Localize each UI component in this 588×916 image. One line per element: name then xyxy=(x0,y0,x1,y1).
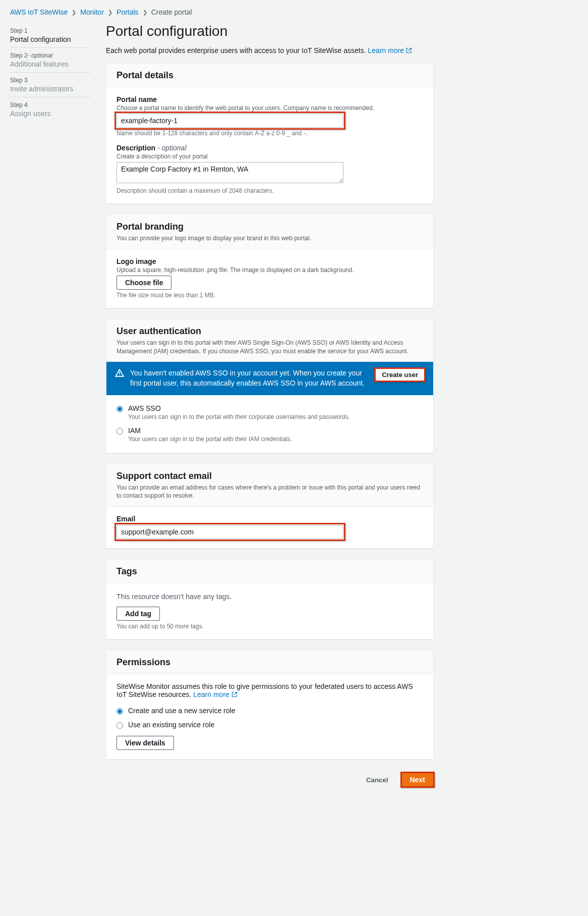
logo-image-hint: The file size must be less than 1 MB. xyxy=(116,290,423,299)
wizard-steps: Step 1 Portal configuration Step 2- opti… xyxy=(10,21,91,787)
user-auth-card: User authentication Your users can sign … xyxy=(106,318,434,453)
highlight-annotation: Next xyxy=(401,773,434,787)
wizard-step-label: Step 4 xyxy=(10,101,91,109)
wizard-step-2[interactable]: Step 2- optional Additional features xyxy=(10,49,91,73)
description-textarea[interactable]: Example Corp Factory #1 in Renton, WA xyxy=(116,162,343,183)
page-intro: Each web portal provides enterprise user… xyxy=(106,46,434,63)
description-label: Description - optional xyxy=(116,144,423,152)
section-heading: Permissions xyxy=(116,657,423,668)
external-link-icon xyxy=(231,690,238,698)
learn-more-link[interactable]: Learn more xyxy=(193,690,237,698)
view-details-button[interactable]: View details xyxy=(116,736,174,750)
logo-image-label: Logo image xyxy=(116,257,423,265)
section-heading: Portal branding xyxy=(116,222,423,232)
radio-title: Use an existing service role xyxy=(128,721,214,729)
external-link-icon xyxy=(406,46,412,55)
portal-name-label: Portal name xyxy=(116,95,423,103)
wizard-step-4[interactable]: Step 4 Assign users xyxy=(10,98,91,122)
learn-more-link[interactable]: Learn more xyxy=(368,46,412,55)
flash-message: You haven't enabled AWS SSO in your acco… xyxy=(130,368,369,388)
role-option-new[interactable]: Create and use a new service role xyxy=(116,704,423,718)
portal-name-desc: Choose a portal name to identify the web… xyxy=(116,103,423,114)
page-title: Portal configuration xyxy=(106,21,434,46)
chevron-right-icon: ❯ xyxy=(143,9,147,16)
section-heading: Support contact email xyxy=(116,471,423,481)
wizard-step-title: Invite administrators xyxy=(10,84,91,93)
radio-input[interactable] xyxy=(116,406,123,412)
section-sub: You can provide an email address for cas… xyxy=(116,481,423,501)
role-option-existing[interactable]: Use an existing service role xyxy=(116,718,423,732)
radio-input[interactable] xyxy=(116,708,123,715)
portal-details-card: Portal details Portal name Choose a port… xyxy=(106,63,434,204)
wizard-step-label: Step 1 xyxy=(10,27,91,34)
radio-title: IAM xyxy=(128,426,292,435)
radio-desc: Your users can sign in to the portal wit… xyxy=(128,435,292,443)
logo-image-desc: Upload a square, high-resolution .png fi… xyxy=(116,265,423,276)
create-user-button[interactable]: Create user xyxy=(375,368,425,381)
warning-triangle-icon xyxy=(115,368,124,380)
next-button[interactable]: Next xyxy=(401,773,434,787)
wizard-step-1[interactable]: Step 1 Portal configuration xyxy=(10,24,91,48)
radio-input[interactable] xyxy=(116,722,123,729)
breadcrumb-link-monitor[interactable]: Monitor xyxy=(80,8,104,16)
section-heading: Tags xyxy=(116,566,423,577)
radio-title: AWS SSO xyxy=(128,404,350,412)
portal-name-hint: Name should be 1-128 characters and only… xyxy=(116,128,423,137)
auth-option-iam[interactable]: IAM Your users can sign in to the portal… xyxy=(116,423,423,446)
wizard-step-label: Step 2- optional xyxy=(10,52,91,59)
tags-hint: You can add up to 50 more tags. xyxy=(116,621,423,630)
breadcrumb-link-sitewise[interactable]: AWS IoT SiteWise xyxy=(10,8,68,16)
portal-name-input[interactable] xyxy=(116,114,343,128)
wizard-step-title: Portal configuration xyxy=(10,34,91,43)
highlight-annotation: Create user xyxy=(375,368,425,381)
permissions-card: Permissions SiteWise Monitor assumes thi… xyxy=(106,650,434,760)
breadcrumb-current: Create portal xyxy=(151,8,192,16)
description-hint: Description should contain a maximum of … xyxy=(116,185,423,194)
cancel-button[interactable]: Cancel xyxy=(358,773,396,787)
support-email-card: Support contact email You can provide an… xyxy=(106,463,434,549)
breadcrumb-link-portals[interactable]: Portals xyxy=(116,8,139,16)
info-flash: You haven't enabled AWS SSO in your acco… xyxy=(106,362,433,395)
add-tag-button[interactable]: Add tag xyxy=(116,607,160,621)
footer-actions: Cancel Next xyxy=(106,770,434,787)
choose-file-button[interactable]: Choose file xyxy=(116,276,171,290)
wizard-step-title: Additional features xyxy=(10,59,91,68)
breadcrumb: AWS IoT SiteWise ❯ Monitor ❯ Portals ❯ C… xyxy=(10,5,434,21)
section-heading: Portal details xyxy=(116,70,423,81)
wizard-step-label: Step 3 xyxy=(10,77,91,84)
radio-title: Create and use a new service role xyxy=(128,707,235,715)
permissions-desc: SiteWise Monitor assumes this role to gi… xyxy=(116,682,423,704)
description-sublabel: Create a description of your portal xyxy=(116,152,423,162)
tags-empty-text: This resource doesn't have any tags. xyxy=(116,591,423,607)
wizard-step-3[interactable]: Step 3 Invite administrators xyxy=(10,74,91,97)
support-email-input[interactable] xyxy=(116,525,343,539)
section-sub: Your users can sign in to this portal wi… xyxy=(116,337,423,356)
highlight-annotation xyxy=(116,114,343,128)
auth-option-sso[interactable]: AWS SSO Your users can sign in to the po… xyxy=(116,401,423,423)
portal-branding-card: Portal branding You can provide your log… xyxy=(106,214,434,308)
email-label: Email xyxy=(116,515,423,523)
wizard-step-title: Assign users xyxy=(10,109,91,118)
main-content: Portal configuration Each web portal pro… xyxy=(106,21,434,787)
radio-desc: Your users can sign in to the portal wit… xyxy=(128,412,350,420)
section-heading: User authentication xyxy=(116,326,423,337)
radio-input[interactable] xyxy=(116,428,123,435)
highlight-annotation xyxy=(116,525,343,539)
tags-card: Tags This resource doesn't have any tags… xyxy=(106,559,434,639)
chevron-right-icon: ❯ xyxy=(108,9,112,16)
chevron-right-icon: ❯ xyxy=(72,9,76,16)
section-sub: You can provide your logo image to displ… xyxy=(116,232,423,243)
